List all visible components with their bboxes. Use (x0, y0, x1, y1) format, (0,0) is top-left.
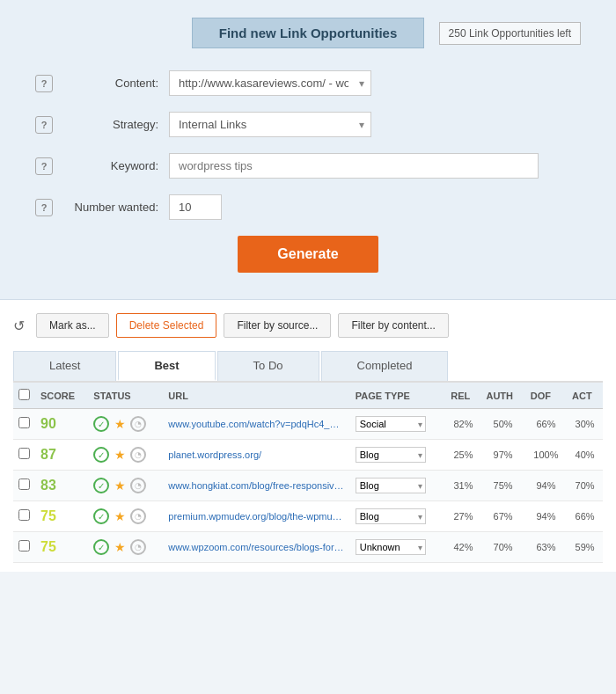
keyword-help-icon[interactable]: ? (35, 157, 53, 175)
delete-selected-button[interactable]: Delete Selected (116, 313, 217, 338)
page-type-select[interactable]: Blog Blog Social News Unknown (356, 447, 426, 463)
table-row: 83 ✓ ★ ◔ www.hongkiat.com/blog/free-resp… (13, 471, 603, 501)
generate-button[interactable]: Generate (238, 236, 378, 273)
status-cell: ✓ ★ ◔ (88, 471, 163, 501)
keyword-group: ? Keyword: (35, 153, 581, 179)
filter-source-button[interactable]: Filter by source... (224, 313, 331, 338)
row-checkbox[interactable] (18, 417, 30, 428)
tabs: Latest Best To Do Completed (13, 351, 603, 383)
number-input[interactable] (169, 194, 222, 220)
page-title: Find new Link Opportunities (192, 18, 425, 48)
table-row: 87 ✓ ★ ◔ planet.wordpress.org/ Blog Blog… (13, 440, 603, 471)
score-cell: 75 (35, 501, 88, 532)
mark-as-button[interactable]: Mark as... (36, 313, 109, 338)
url-cell[interactable]: www.wpzoom.com/resources/blogs-for-wordp… (163, 532, 349, 563)
act-cell: 70% (567, 471, 603, 501)
star-icon[interactable]: ★ (112, 508, 128, 524)
row-checkbox[interactable] (18, 448, 30, 459)
tab-todo[interactable]: To Do (217, 351, 319, 381)
strategy-select[interactable]: Internal Links External Links Guest Post… (169, 112, 371, 137)
th-url: URL (163, 383, 349, 409)
tab-best[interactable]: Best (118, 351, 215, 381)
clock-icon[interactable]: ◔ (130, 447, 146, 463)
clock-icon[interactable]: ◔ (130, 539, 146, 555)
star-icon[interactable]: ★ (112, 539, 128, 555)
number-group: ? Number wanted: (35, 194, 581, 220)
rel-cell: 42% (445, 532, 480, 563)
status-cell: ✓ ★ ◔ (88, 440, 163, 471)
content-help-icon[interactable]: ? (35, 75, 53, 92)
act-cell: 59% (567, 532, 603, 563)
url-cell[interactable]: planet.wordpress.org/ (163, 440, 349, 471)
th-act: ACT (567, 383, 603, 409)
th-page-type: PAGE TYPE (350, 383, 446, 409)
page-type-select[interactable]: Blog Blog Social News Unknown (356, 508, 426, 524)
opportunities-left: 250 Link Opportunities left (439, 22, 581, 45)
clock-icon[interactable]: ◔ (130, 416, 146, 432)
th-rel: REL (445, 383, 480, 409)
clock-icon[interactable]: ◔ (130, 508, 146, 524)
rel-cell: 27% (445, 501, 480, 532)
act-cell: 30% (567, 409, 603, 440)
star-icon[interactable]: ★ (112, 416, 128, 432)
content-select[interactable]: http://www.kasareviews.com/ - wordpress … (169, 70, 371, 96)
table-row: 75 ✓ ★ ◔ premium.wpmudev.org/blog/the-wp… (13, 501, 603, 532)
tab-completed[interactable]: Completed (321, 351, 449, 381)
auth-cell: 75% (480, 471, 524, 501)
check-icon[interactable]: ✓ (93, 508, 109, 524)
auth-cell: 97% (480, 440, 524, 471)
dof-cell: 100% (525, 440, 567, 471)
bottom-section: ↺ Mark as... Delete Selected Filter by s… (0, 300, 616, 572)
rel-cell: 31% (445, 471, 480, 501)
row-checkbox-cell (13, 501, 35, 532)
clock-icon[interactable]: ◔ (130, 478, 146, 493)
url-cell[interactable]: premium.wpmudev.org/blog/the-wpmu-100-th… (163, 501, 349, 532)
generate-btn-wrapper: Generate (35, 236, 581, 273)
content-label: Content: (62, 77, 158, 90)
content-select-wrapper: http://www.kasareviews.com/ - wordpress … (169, 70, 371, 96)
row-checkbox[interactable] (18, 478, 30, 490)
page-type-select[interactable]: Blog Blog Social News Unknown (356, 478, 426, 493)
check-icon[interactable]: ✓ (93, 539, 109, 555)
select-all-checkbox[interactable] (18, 389, 30, 400)
check-icon[interactable]: ✓ (93, 416, 109, 432)
check-icon[interactable]: ✓ (93, 478, 109, 493)
url-cell[interactable]: www.hongkiat.com/blog/free-responsive-wo… (163, 471, 349, 501)
url-cell[interactable]: www.youtube.com/watch?v=pdqHc4_XTIw (163, 409, 349, 440)
refresh-icon[interactable]: ↺ (13, 318, 25, 334)
filter-content-button[interactable]: Filter by content... (338, 313, 448, 338)
strategy-help-icon[interactable]: ? (35, 116, 53, 134)
keyword-input[interactable] (169, 153, 539, 179)
page-type-cell: Unknown Blog Social News Unknown (350, 532, 446, 563)
number-help-icon[interactable]: ? (35, 199, 53, 216)
table-row: 90 ✓ ★ ◔ www.youtube.com/watch?v=pdqHc4_… (13, 409, 603, 440)
score-cell: 87 (35, 440, 88, 471)
act-cell: 66% (567, 501, 603, 532)
auth-cell: 70% (480, 532, 524, 563)
check-icon[interactable]: ✓ (93, 447, 109, 463)
th-auth: AUTH (480, 383, 524, 409)
th-status: STATUS (88, 383, 163, 409)
page-type-cell: Blog Blog Social News Unknown (350, 440, 446, 471)
star-icon[interactable]: ★ (112, 447, 128, 463)
status-cell: ✓ ★ ◔ (88, 409, 163, 440)
table-row: 75 ✓ ★ ◔ www.wpzoom.com/resources/blogs-… (13, 532, 603, 563)
page-type-select[interactable]: Social Blog Social News Unknown (356, 416, 426, 432)
page-type-select[interactable]: Unknown Blog Social News Unknown (356, 539, 426, 555)
auth-cell: 50% (480, 409, 524, 440)
strategy-label: Strategy: (62, 118, 158, 131)
row-checkbox-cell (13, 440, 35, 471)
page-type-cell: Social Blog Social News Unknown (350, 409, 446, 440)
strategy-select-wrapper: Internal Links External Links Guest Post… (169, 112, 371, 137)
table-header-row: SCORE STATUS URL PAGE TYPE REL AUTH DOF … (13, 383, 603, 409)
row-checkbox[interactable] (18, 509, 30, 521)
row-checkbox-cell (13, 532, 35, 563)
page-type-cell: Blog Blog Social News Unknown (350, 471, 446, 501)
row-checkbox[interactable] (18, 540, 30, 552)
star-icon[interactable]: ★ (112, 478, 128, 493)
row-checkbox-cell (13, 409, 35, 440)
tab-latest[interactable]: Latest (13, 351, 116, 381)
strategy-group: ? Strategy: Internal Links External Link… (35, 112, 581, 137)
results-table: SCORE STATUS URL PAGE TYPE REL AUTH DOF … (13, 383, 603, 563)
top-section: Find new Link Opportunities 250 Link Opp… (0, 0, 616, 300)
